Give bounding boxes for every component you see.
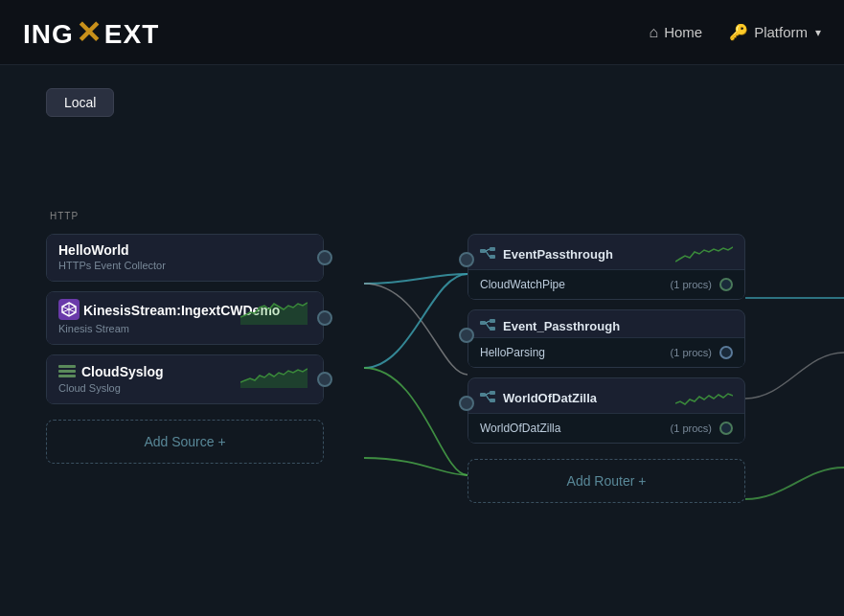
- svg-rect-15: [490, 327, 495, 331]
- worldofdatzilla-chart: [675, 386, 733, 409]
- router-node-eventpassthrough: EventPassthrough CloudWatchPipe (1 procs…: [468, 234, 745, 300]
- chevron-down-icon: ▾: [815, 26, 821, 39]
- local-badge: Local: [46, 88, 114, 117]
- header-nav: ⌂ Home 🔑 Platform ▾: [649, 23, 821, 41]
- svg-line-17: [486, 323, 490, 329]
- event-passthrough-connector-left: [459, 328, 474, 343]
- router-split-icon-1: [480, 246, 495, 262]
- syslog-icon: [58, 363, 76, 380]
- svg-line-16: [486, 321, 490, 323]
- cloudwatchpipe-name: CloudWatchPipe: [480, 278, 671, 291]
- cloudsyslog-chart: [240, 361, 308, 388]
- logo-ext: EXT: [104, 19, 159, 49]
- router-container: EventPassthrough CloudWatchPipe (1 procs…: [468, 209, 745, 503]
- svg-line-22: [486, 395, 490, 400]
- logo-x: ✕: [76, 15, 103, 50]
- nav-home[interactable]: ⌂ Home: [649, 24, 702, 41]
- source-node-cloudsyslog-inner: CloudSyslog Cloud Syslog: [47, 355, 323, 403]
- svg-rect-8: [480, 249, 486, 253]
- svg-rect-13: [480, 321, 486, 325]
- kinesis-connector: [317, 310, 332, 326]
- router-node-worldofdatzilla: WorldOfDatZilla WorldOfDatZilla (1 procs…: [468, 377, 745, 444]
- helloparsing-procs: (1 procs): [671, 347, 712, 358]
- event-passthrough-name: Event_Passthrough: [503, 319, 620, 333]
- svg-rect-6: [58, 370, 76, 373]
- source-node-cloudsyslog: CloudSyslog Cloud Syslog: [46, 354, 324, 404]
- event-passthrough-pipeline: HelloParsing (1 procs): [468, 337, 744, 367]
- event-passthrough-header: Event_Passthrough: [468, 310, 744, 337]
- helloparsing-name: HelloParsing: [480, 346, 671, 359]
- eventpassthrough-connector-left: [459, 252, 474, 267]
- nav-platform[interactable]: 🔑 Platform ▾: [729, 23, 821, 41]
- svg-rect-5: [58, 365, 76, 368]
- svg-rect-19: [490, 391, 495, 395]
- logo-ing: ING: [23, 19, 74, 49]
- router-node-event-passthrough: Event_Passthrough HelloParsing (1 procs): [468, 309, 745, 368]
- cloudsyslog-connector: [317, 372, 332, 387]
- source-container: HelloWorld HTTPs Event Collector Kinesis…: [46, 209, 324, 464]
- svg-rect-14: [490, 319, 495, 323]
- source-node-helloworld: HelloWorld HTTPs Event Collector: [46, 234, 324, 282]
- key-icon: 🔑: [729, 23, 748, 41]
- worldofdatzilla-header: WorldOfDatZilla: [468, 378, 744, 413]
- svg-rect-9: [490, 247, 495, 251]
- eventpassthrough-header: EventPassthrough: [468, 235, 744, 269]
- kinesis-chart: [240, 298, 308, 325]
- router-split-icon-3: [480, 390, 495, 405]
- svg-line-11: [486, 249, 490, 251]
- add-source-button[interactable]: Add Source +: [46, 420, 324, 464]
- svg-line-12: [486, 251, 490, 257]
- logo: ING✕EXT: [23, 14, 159, 51]
- worldofdatzilla-pipeline-name: WorldOfDatZilla: [480, 422, 671, 435]
- worldofdatzilla-connector-left: [459, 396, 474, 411]
- router-split-icon-2: [480, 318, 495, 333]
- helloworld-subtitle: HTTPs Event Collector: [58, 260, 311, 271]
- source-node-kinesis-inner: KinesisStream:IngextCWDemo Kinesis Strea…: [47, 292, 323, 344]
- svg-rect-18: [480, 393, 486, 397]
- worldofdatzilla-pipeline-connector: [719, 422, 733, 435]
- svg-rect-7: [58, 375, 76, 377]
- nav-platform-label: Platform: [754, 24, 808, 40]
- worldofdatzilla-pipeline: WorldOfDatZilla (1 procs): [468, 413, 744, 443]
- svg-rect-20: [490, 399, 495, 402]
- kinesis-icon: [58, 299, 80, 320]
- source-node-kinesis: KinesisStream:IngextCWDemo Kinesis Strea…: [46, 291, 324, 345]
- worldofdatzilla-procs: (1 procs): [671, 422, 712, 434]
- svg-line-21: [486, 393, 490, 395]
- header: ING✕EXT ⌂ Home 🔑 Platform ▾: [0, 0, 844, 65]
- worldofdatzilla-name: WorldOfDatZilla: [503, 391, 597, 405]
- cloudwatchpipe-connector: [719, 278, 733, 291]
- helloworld-title: HelloWorld: [58, 242, 311, 258]
- svg-rect-10: [490, 255, 495, 259]
- eventpassthrough-chart: [675, 242, 733, 265]
- eventpassthrough-pipeline: CloudWatchPipe (1 procs): [468, 269, 744, 299]
- source-node-helloworld-inner: HelloWorld HTTPs Event Collector: [47, 235, 323, 281]
- eventpassthrough-name: EventPassthrough: [503, 247, 613, 262]
- canvas: Local HTTP HelloWorld HTTPs Event Collec…: [0, 65, 844, 616]
- nav-home-label: Home: [664, 24, 702, 40]
- add-router-button[interactable]: Add Router +: [468, 459, 745, 503]
- home-icon: ⌂: [649, 24, 658, 41]
- helloworld-connector: [317, 250, 332, 265]
- cloudwatchpipe-procs: (1 procs): [671, 279, 712, 290]
- helloparsing-connector: [719, 346, 733, 359]
